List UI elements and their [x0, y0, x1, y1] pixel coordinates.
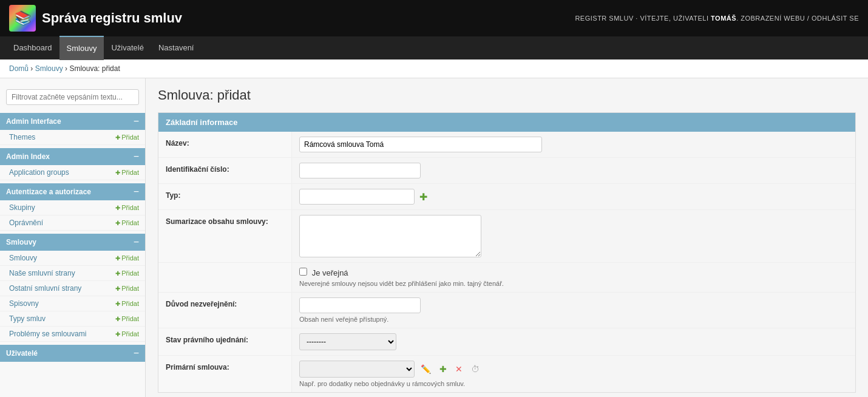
sidebar-nase-smluvni-strany-add[interactable]: Přidat — [115, 270, 139, 277]
nazev-input[interactable] — [299, 137, 542, 152]
sidebar-opravneni-link[interactable]: Oprávnění — [9, 219, 43, 227]
primarni-smlouva-hist-btn[interactable]: ⏱ — [469, 363, 482, 375]
sidebar-section-autentizace: Autentizace a autorizace — [0, 183, 145, 200]
sidebar-typy-smluv-add[interactable]: Přidat — [115, 315, 139, 322]
collapse-admin-interface-btn[interactable] — [134, 117, 139, 126]
logout-link[interactable]: ODHLÁSIT SE — [812, 15, 859, 22]
sidebar-item-ostatni-smluvni-strany: Ostatní smluvní strany Přidat — [0, 281, 145, 296]
field-input-duvod-nezverejneni: Obsah není veřejně přístupný. — [292, 293, 855, 328]
breadcrumb-home[interactable]: Domů — [9, 64, 29, 73]
sidebar-section-uzivatele: Uživatelé — [0, 345, 145, 362]
field-input-identifikacni-cislo — [292, 158, 855, 183]
sidebar-application-groups-link[interactable]: Application groups — [9, 168, 69, 177]
section-basic-info-header: Základní informace — [158, 113, 855, 132]
sidebar-nase-smluvni-strany-link[interactable]: Naše smluvní strany — [9, 269, 75, 277]
typ-input[interactable] — [299, 189, 415, 205]
user-info-prefix: REGISTR SMLUV · VÍTEJTE, UŽIVATELI — [575, 15, 708, 22]
nav-smlouvy[interactable]: Smlouvy — [59, 36, 104, 60]
sidebar-section-admin-index: Admin Index — [0, 148, 145, 165]
user-info: REGISTR SMLUV · VÍTEJTE, UŽIVATELI TOMÁŠ… — [575, 15, 859, 22]
primarni-smlouva-help: Např. pro dodatky nebo objednávky u rámc… — [299, 380, 848, 387]
field-input-primarni-smlouva: ✏️ ✚ ✕ ⏱ Např. pro dodatky nebo objednáv… — [292, 356, 855, 392]
je-verejna-checkbox[interactable] — [299, 268, 307, 276]
sidebar-section-smlouvy: Smlouvy — [0, 234, 145, 251]
view-site-link[interactable]: ZOBRAZENÍ WEBU — [741, 15, 805, 22]
breadcrumb-smlouvy[interactable]: Smlouvy — [35, 64, 63, 73]
sidebar-skupiny-add[interactable]: Přidat — [115, 204, 139, 211]
sidebar-smlouvy-link[interactable]: Smlouvy — [9, 254, 37, 262]
primarni-smlouva-add-btn[interactable]: ✚ — [437, 363, 449, 375]
field-row-identifikacni-cislo: Identifikační číslo: — [158, 158, 855, 184]
field-input-typ: ✚ — [292, 184, 855, 209]
field-input-sumarizace — [292, 210, 855, 262]
sidebar-section-uzivatele-label: Uživatelé — [6, 349, 38, 358]
sidebar-themes-add[interactable]: Přidat — [115, 134, 139, 141]
field-label-je-verejna — [158, 263, 292, 292]
sidebar-ostatni-smluvni-strany-add[interactable]: Přidat — [115, 285, 139, 292]
header: 📚 Správa registru smluv REGISTR SMLUV · … — [0, 0, 868, 36]
primarni-smlouva-select[interactable] — [299, 361, 415, 378]
field-input-stav-pravniho-ujednani: -------- — [292, 328, 855, 355]
filter-box — [0, 84, 145, 110]
section-basic-info: Základní informace Název: Identifikační … — [158, 112, 856, 393]
field-row-primarni-smlouva: Primární smlouva: ✏️ ✚ ✕ ⏱ Např. pro dod… — [158, 356, 855, 392]
collapse-admin-index-btn[interactable] — [134, 152, 139, 161]
sidebar-opravneni-add[interactable]: Přidat — [115, 219, 139, 226]
field-label-duvod-nezverejneni: Důvod nezveřejnění: — [158, 293, 292, 328]
logo-icon: 📚 — [9, 5, 36, 32]
sidebar-section-admin-interface-label: Admin Interface — [6, 117, 61, 126]
page-title: Smlouva: přidat — [158, 87, 856, 103]
sidebar-smlouvy-add[interactable]: Přidat — [115, 254, 139, 262]
duvod-nezverejneni-help: Obsah není veřejně přístupný. — [299, 316, 848, 323]
username: TOMÁŠ — [711, 15, 736, 22]
field-label-sumarizace: Sumarizace obsahu smlouvy: — [158, 210, 292, 262]
nav-nastaveni[interactable]: Nastavení — [151, 36, 202, 59]
sidebar-typy-smluv-link[interactable]: Typy smluv — [9, 314, 46, 323]
sidebar-item-problemy-se-smlouvami: Problémy se smlouvami Přidat — [0, 327, 145, 342]
layout: Admin Interface Themes Přidat Admin Inde… — [0, 78, 868, 397]
duvod-nezverejneni-input[interactable] — [299, 297, 421, 313]
sidebar-spisovny-add[interactable]: Přidat — [115, 300, 139, 307]
field-row-stav-pravniho-ujednani: Stav právního ujednání: -------- — [158, 328, 855, 356]
collapse-smlouvy-btn[interactable] — [134, 237, 139, 247]
sidebar-item-nase-smluvni-strany: Naše smluvní strany Přidat — [0, 266, 145, 281]
app-title: Správa registru smluv — [42, 10, 182, 26]
sidebar-section-admin-interface: Admin Interface — [0, 113, 145, 130]
typ-add-icon[interactable]: ✚ — [419, 191, 427, 203]
collapse-uzivatele-btn[interactable] — [134, 348, 139, 358]
sidebar-spisovny-link[interactable]: Spisovny — [9, 299, 39, 308]
field-label-typ: Typ: — [158, 184, 292, 209]
sidebar-problemy-se-smlouvami-add[interactable]: Přidat — [115, 330, 139, 338]
sumarizace-textarea[interactable] — [299, 215, 481, 257]
stav-pravniho-ujednani-select[interactable]: -------- — [299, 333, 396, 350]
nav-uzivatele[interactable]: Uživatelé — [104, 36, 151, 59]
sidebar-item-typy-smluv: Typy smluv Přidat — [0, 311, 145, 327]
sidebar-filter-input[interactable] — [6, 89, 139, 105]
identifikacni-cislo-input[interactable] — [299, 163, 421, 178]
sidebar: Admin Interface Themes Přidat Admin Inde… — [0, 78, 146, 397]
main-nav: Dashboard Smlouvy Uživatelé Nastavení — [0, 36, 868, 59]
sidebar-item-spisovny: Spisovny Přidat — [0, 296, 145, 311]
field-row-je-verejna: Je veřejná Neverejné smlouvy nejsou vidě… — [158, 263, 855, 293]
primarni-smlouva-edit-btn[interactable]: ✏️ — [418, 363, 433, 375]
section-basic-info-label: Základní informace — [166, 118, 237, 127]
sidebar-item-opravneni: Oprávnění Přidat — [0, 215, 145, 231]
field-input-je-verejna: Je veřejná Neverejné smlouvy nejsou vidě… — [292, 263, 855, 292]
main-content: Smlouva: přidat Základní informace Název… — [146, 78, 868, 397]
sidebar-item-themes: Themes Přidat — [0, 130, 145, 145]
sidebar-skupiny-link[interactable]: Skupiny — [9, 203, 35, 212]
field-label-nazev: Název: — [158, 132, 292, 157]
sidebar-themes-link[interactable]: Themes — [9, 133, 35, 141]
sidebar-item-smlouvy: Smlouvy Přidat — [0, 251, 145, 266]
field-row-nazev: Název: — [158, 132, 855, 158]
nav-dashboard[interactable]: Dashboard — [6, 36, 59, 59]
collapse-autentizace-btn[interactable] — [134, 187, 139, 197]
sidebar-application-groups-add[interactable]: Přidat — [115, 169, 139, 176]
je-verejna-help: Neverejné smlouvy nejsou vidět bez přihl… — [299, 280, 848, 287]
primarni-smlouva-del-btn[interactable]: ✕ — [453, 363, 465, 375]
sidebar-ostatni-smluvni-strany-link[interactable]: Ostatní smluvní strany — [9, 284, 81, 293]
logo: 📚 Správa registru smluv — [9, 5, 182, 32]
sidebar-section-admin-index-label: Admin Index — [6, 152, 50, 161]
je-verejna-label: Je veřejná — [312, 268, 348, 277]
sidebar-problemy-se-smlouvami-link[interactable]: Problémy se smlouvami — [9, 330, 86, 338]
